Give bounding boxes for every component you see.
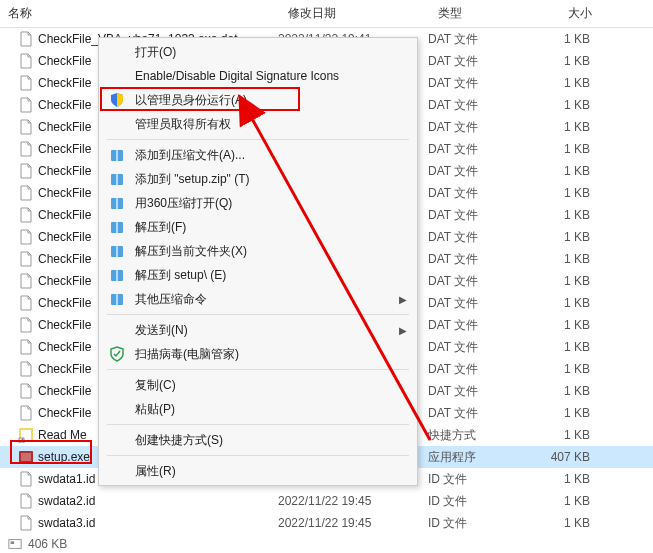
file-icon	[18, 273, 34, 289]
file-icon	[18, 185, 34, 201]
menu-item[interactable]: 解压到(F)	[99, 215, 417, 239]
file-icon	[18, 405, 34, 421]
menu-label: 扫描病毒(电脑管家)	[135, 346, 389, 363]
menu-separator	[107, 369, 409, 370]
menu-item[interactable]: 其他压缩命令▶	[99, 287, 417, 311]
file-icon	[18, 75, 34, 91]
file-type: DAT 文件	[428, 53, 518, 70]
file-type: DAT 文件	[428, 207, 518, 224]
menu-label: 用360压缩打开(Q)	[135, 195, 389, 212]
file-icon	[18, 317, 34, 333]
col-type[interactable]: 类型	[430, 5, 520, 22]
menu-item[interactable]: 属性(R)	[99, 459, 417, 483]
menu-label: 其他压缩命令	[135, 291, 389, 308]
menu-item[interactable]: 创建快捷方式(S)	[99, 428, 417, 452]
file-icon	[18, 31, 34, 47]
file-type: DAT 文件	[428, 317, 518, 334]
menu-label: Enable/Disable Digital Signature Icons	[135, 69, 389, 83]
file-icon	[18, 471, 34, 487]
menu-item[interactable]: 以管理员身份运行(A)	[99, 88, 417, 112]
file-size: 1 KB	[518, 318, 598, 332]
chevron-right-icon: ▶	[399, 325, 407, 336]
file-size: 1 KB	[518, 340, 598, 354]
menu-item[interactable]: 用360压缩打开(Q)	[99, 191, 417, 215]
menu-label: 打开(O)	[135, 44, 389, 61]
svg-rect-17	[116, 294, 118, 305]
file-icon	[18, 229, 34, 245]
menu-label: 解压到(F)	[135, 219, 389, 236]
file-size: 1 KB	[518, 362, 598, 376]
file-type: DAT 文件	[428, 141, 518, 158]
menu-icon-blank	[107, 116, 127, 132]
file-size: 1 KB	[518, 32, 598, 46]
file-size: 1 KB	[518, 252, 598, 266]
zip-icon	[107, 267, 127, 283]
zip-icon	[107, 243, 127, 259]
menu-label: 管理员取得所有权	[135, 116, 389, 133]
svg-rect-13	[116, 246, 118, 257]
file-date: 2022/11/22 19:45	[278, 494, 428, 508]
menu-label: 创建快捷方式(S)	[135, 432, 389, 449]
file-icon	[18, 427, 34, 443]
file-icon	[18, 295, 34, 311]
file-icon	[18, 207, 34, 223]
zip-icon	[107, 195, 127, 211]
file-size: 1 KB	[518, 142, 598, 156]
menu-label: 发送到(N)	[135, 322, 389, 339]
file-size: 1 KB	[518, 516, 598, 530]
file-size: 1 KB	[518, 296, 598, 310]
file-type: DAT 文件	[428, 295, 518, 312]
file-type: 应用程序	[428, 449, 518, 466]
file-name: swdata2.id	[38, 494, 278, 508]
file-icon	[18, 361, 34, 377]
menu-icon-blank	[107, 377, 127, 393]
file-row[interactable]: swdata2.id2022/11/22 19:45ID 文件1 KB	[0, 490, 653, 512]
shield-icon	[107, 92, 127, 108]
column-header[interactable]: 名称 修改日期 类型 大小	[0, 0, 653, 28]
file-type: DAT 文件	[428, 97, 518, 114]
file-type: DAT 文件	[428, 361, 518, 378]
menu-item[interactable]: 粘贴(P)	[99, 397, 417, 421]
file-icon	[18, 449, 34, 465]
menu-item[interactable]: 打开(O)	[99, 40, 417, 64]
file-size: 1 KB	[518, 406, 598, 420]
file-type: DAT 文件	[428, 163, 518, 180]
context-menu[interactable]: 打开(O)Enable/Disable Digital Signature Ic…	[98, 37, 418, 486]
chevron-right-icon: ▶	[399, 294, 407, 305]
file-icon	[18, 339, 34, 355]
menu-item[interactable]: Enable/Disable Digital Signature Icons	[99, 64, 417, 88]
file-icon	[18, 383, 34, 399]
menu-item[interactable]: 发送到(N)▶	[99, 318, 417, 342]
file-row[interactable]: swdata3.id2022/11/22 19:45ID 文件1 KB	[0, 512, 653, 534]
file-type: DAT 文件	[428, 31, 518, 48]
menu-item[interactable]: 解压到 setup\ (E)	[99, 263, 417, 287]
file-size: 1 KB	[518, 76, 598, 90]
menu-item[interactable]: 扫描病毒(电脑管家)	[99, 342, 417, 366]
file-size: 1 KB	[518, 98, 598, 112]
file-size: 1 KB	[518, 186, 598, 200]
menu-item[interactable]: 添加到 "setup.zip" (T)	[99, 167, 417, 191]
file-size: 1 KB	[518, 274, 598, 288]
menu-item[interactable]: 复制(C)	[99, 373, 417, 397]
menu-label: 粘贴(P)	[135, 401, 389, 418]
menu-item[interactable]: 添加到压缩文件(A)...	[99, 143, 417, 167]
menu-label: 以管理员身份运行(A)	[135, 92, 389, 109]
zip-icon	[107, 147, 127, 163]
menu-icon-blank	[107, 463, 127, 479]
menu-label: 解压到 setup\ (E)	[135, 267, 389, 284]
col-date[interactable]: 修改日期	[280, 5, 430, 22]
menu-icon-blank	[107, 44, 127, 60]
menu-item[interactable]: 管理员取得所有权	[99, 112, 417, 136]
status-bar: 406 KB	[8, 537, 67, 551]
file-date: 2022/11/22 19:45	[278, 516, 428, 530]
file-type: ID 文件	[428, 471, 518, 488]
menu-item[interactable]: 解压到当前文件夹(X)	[99, 239, 417, 263]
svg-rect-20	[11, 541, 15, 544]
file-icon	[18, 163, 34, 179]
col-name[interactable]: 名称	[0, 5, 280, 22]
col-size[interactable]: 大小	[520, 5, 600, 22]
menu-separator	[107, 424, 409, 425]
file-name: swdata3.id	[38, 516, 278, 530]
disk-icon	[8, 537, 22, 551]
svg-rect-5	[116, 150, 118, 161]
